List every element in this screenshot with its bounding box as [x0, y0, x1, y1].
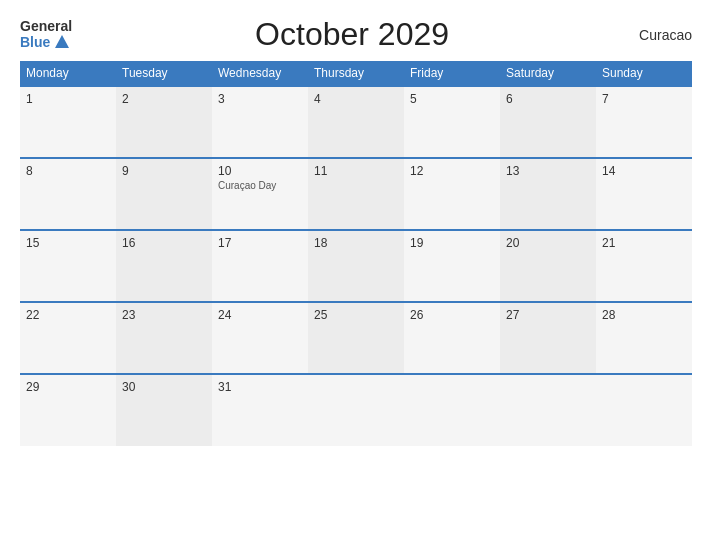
calendar-cell: 31	[212, 374, 308, 446]
calendar-cell: 23	[116, 302, 212, 374]
country-label: Curacao	[632, 27, 692, 43]
calendar-table: Monday Tuesday Wednesday Thursday Friday…	[20, 61, 692, 446]
day-number: 11	[314, 164, 398, 178]
day-number: 5	[410, 92, 494, 106]
calendar-cell: 24	[212, 302, 308, 374]
page-title: October 2029	[72, 16, 632, 53]
calendar-cell: 18	[308, 230, 404, 302]
calendar-cell: 14	[596, 158, 692, 230]
calendar-cell: 26	[404, 302, 500, 374]
calendar-cell	[596, 374, 692, 446]
day-number: 22	[26, 308, 110, 322]
calendar-cell: 6	[500, 86, 596, 158]
day-number: 28	[602, 308, 686, 322]
day-number: 4	[314, 92, 398, 106]
day-number: 10	[218, 164, 302, 178]
day-number: 1	[26, 92, 110, 106]
calendar-cell: 8	[20, 158, 116, 230]
calendar-cell: 13	[500, 158, 596, 230]
header-thursday: Thursday	[308, 61, 404, 86]
day-number: 21	[602, 236, 686, 250]
day-number: 29	[26, 380, 110, 394]
calendar-cell: 7	[596, 86, 692, 158]
day-number: 7	[602, 92, 686, 106]
day-number: 31	[218, 380, 302, 394]
day-number: 17	[218, 236, 302, 250]
calendar-cell: 20	[500, 230, 596, 302]
calendar-cell: 5	[404, 86, 500, 158]
logo-blue-text: Blue	[20, 35, 69, 50]
calendar-cell: 11	[308, 158, 404, 230]
header-monday: Monday	[20, 61, 116, 86]
header-friday: Friday	[404, 61, 500, 86]
day-number: 20	[506, 236, 590, 250]
day-number: 26	[410, 308, 494, 322]
day-number: 24	[218, 308, 302, 322]
calendar-cell	[308, 374, 404, 446]
day-number: 12	[410, 164, 494, 178]
calendar-cell: 28	[596, 302, 692, 374]
day-number: 30	[122, 380, 206, 394]
calendar-cell: 1	[20, 86, 116, 158]
calendar-cell: 9	[116, 158, 212, 230]
calendar-cell: 30	[116, 374, 212, 446]
header: General Blue October 2029 Curacao	[20, 16, 692, 53]
day-number: 3	[218, 92, 302, 106]
day-number: 15	[26, 236, 110, 250]
calendar-cell: 29	[20, 374, 116, 446]
calendar-cell: 19	[404, 230, 500, 302]
calendar-cell: 3	[212, 86, 308, 158]
calendar-cell: 16	[116, 230, 212, 302]
calendar-cell: 21	[596, 230, 692, 302]
day-number: 19	[410, 236, 494, 250]
calendar-cell: 17	[212, 230, 308, 302]
day-number: 27	[506, 308, 590, 322]
day-number: 8	[26, 164, 110, 178]
header-tuesday: Tuesday	[116, 61, 212, 86]
day-number: 14	[602, 164, 686, 178]
calendar-week-row: 15161718192021	[20, 230, 692, 302]
calendar-cell: 15	[20, 230, 116, 302]
day-number: 18	[314, 236, 398, 250]
calendar-cell: 2	[116, 86, 212, 158]
calendar-page: General Blue October 2029 Curacao Monday…	[0, 0, 712, 550]
day-number: 25	[314, 308, 398, 322]
calendar-cell: 27	[500, 302, 596, 374]
day-number: 6	[506, 92, 590, 106]
logo-triangle-icon	[55, 35, 69, 48]
day-number: 13	[506, 164, 590, 178]
day-number: 23	[122, 308, 206, 322]
calendar-week-row: 8910Curaçao Day11121314	[20, 158, 692, 230]
day-number: 9	[122, 164, 206, 178]
calendar-week-row: 293031	[20, 374, 692, 446]
day-number: 16	[122, 236, 206, 250]
calendar-cell	[500, 374, 596, 446]
header-wednesday: Wednesday	[212, 61, 308, 86]
event-label: Curaçao Day	[218, 180, 302, 191]
header-saturday: Saturday	[500, 61, 596, 86]
logo: General Blue	[20, 19, 72, 50]
header-sunday: Sunday	[596, 61, 692, 86]
calendar-cell: 22	[20, 302, 116, 374]
calendar-cell: 4	[308, 86, 404, 158]
weekday-header-row: Monday Tuesday Wednesday Thursday Friday…	[20, 61, 692, 86]
calendar-week-row: 22232425262728	[20, 302, 692, 374]
logo-general-text: General	[20, 19, 72, 34]
calendar-cell	[404, 374, 500, 446]
calendar-cell: 25	[308, 302, 404, 374]
calendar-week-row: 1234567	[20, 86, 692, 158]
calendar-cell: 12	[404, 158, 500, 230]
day-number: 2	[122, 92, 206, 106]
calendar-cell: 10Curaçao Day	[212, 158, 308, 230]
